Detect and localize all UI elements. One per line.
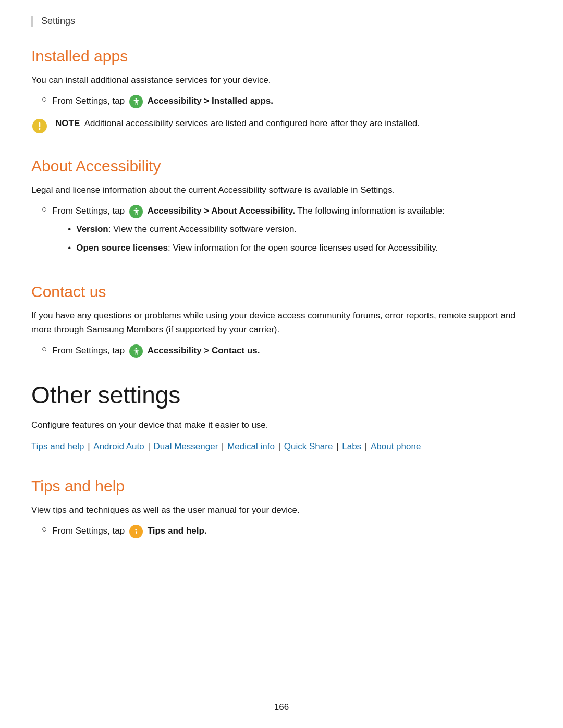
accessibility-icon-3 xyxy=(129,344,143,358)
installed-apps-step: From Settings, tap Accessibility > Insta… xyxy=(52,94,532,108)
licenses-text: Open source licenses: View information f… xyxy=(76,241,532,255)
about-accessibility-section: About Accessibility Legal and license in… xyxy=(31,157,532,261)
installed-apps-description: You can install additional assistance se… xyxy=(31,73,532,87)
note-body-1: Additional accessibility services are li… xyxy=(84,118,420,128)
svg-line-7 xyxy=(43,121,44,122)
tips-and-help-step: From Settings, tap Tips and help. xyxy=(52,524,532,538)
separator-6: | xyxy=(362,441,370,451)
tips-and-help-description: View tips and techniques as well as the … xyxy=(31,503,532,517)
tips-and-help-list-item: ○ From Settings, tap Tips and help. xyxy=(42,524,532,538)
about-accessibility-list-item: ○ From Settings, tap Accessibility > Abo… xyxy=(42,204,532,260)
note-label-1: NOTE xyxy=(55,118,80,128)
page-container: Settings Installed apps You can install … xyxy=(0,0,563,728)
separator-1: | xyxy=(85,441,92,451)
svg-point-11 xyxy=(136,208,137,209)
accessibility-icon-1 xyxy=(129,95,143,108)
page-number: 166 xyxy=(0,702,563,712)
installed-apps-title: Installed apps xyxy=(31,47,532,65)
circle-bullet-2: ○ xyxy=(42,204,47,215)
page-header: Settings xyxy=(31,16,532,27)
link-dual-messenger[interactable]: Dual Messenger xyxy=(154,441,218,451)
contact-us-description: If you have any questions or problems wh… xyxy=(31,309,532,337)
version-text: Version: View the current Accessibility … xyxy=(76,223,532,236)
installed-apps-list-item: ○ From Settings, tap Accessibility > Ins… xyxy=(42,94,532,108)
contact-us-section: Contact us If you have any questions or … xyxy=(31,283,532,357)
svg-point-14 xyxy=(135,529,137,530)
link-labs[interactable]: Labs xyxy=(342,441,361,451)
svg-line-10 xyxy=(35,121,36,122)
dot-bullet-1: • xyxy=(68,223,71,236)
sub-list-item-licenses: • Open source licenses: View information… xyxy=(68,241,532,255)
svg-point-0 xyxy=(136,98,137,100)
other-settings-title: Other settings xyxy=(31,381,532,409)
circle-bullet-1: ○ xyxy=(42,94,47,105)
page-header-title: Settings xyxy=(41,16,75,26)
about-accessibility-path: Accessibility > About Accessibility. xyxy=(148,206,295,216)
other-settings-description: Configure features on your device that m… xyxy=(31,418,532,432)
accessibility-icon-2 xyxy=(129,205,143,218)
about-accessibility-sub-list: • Version: View the current Accessibilit… xyxy=(68,223,532,255)
link-quick-share[interactable]: Quick Share xyxy=(284,441,333,451)
svg-line-8 xyxy=(35,130,36,131)
note-icon-1 xyxy=(31,118,48,134)
sub-list-item-version: • Version: View the current Accessibilit… xyxy=(68,223,532,236)
other-settings-section: Other settings Configure features on you… xyxy=(31,381,532,454)
installed-apps-section: Installed apps You can install additiona… xyxy=(31,47,532,134)
svg-rect-15 xyxy=(136,531,137,534)
tips-icon-1 xyxy=(129,525,143,538)
tips-and-help-section: Tips and help View tips and techniques a… xyxy=(31,477,532,538)
circle-bullet-4: ○ xyxy=(42,524,47,535)
separator-3: | xyxy=(219,441,226,451)
note-text-1: NOTE Additional accessibility services a… xyxy=(55,117,420,130)
contact-us-path: Accessibility > Contact us. xyxy=(148,346,260,355)
contact-us-step: From Settings, tap Accessibility > Conta… xyxy=(52,344,532,358)
separator-2: | xyxy=(145,441,153,451)
about-accessibility-description: Legal and license information about the … xyxy=(31,183,532,197)
link-tips-and-help[interactable]: Tips and help xyxy=(31,441,84,451)
link-medical-info[interactable]: Medical info xyxy=(227,441,275,451)
tips-and-help-path: Tips and help. xyxy=(148,526,207,536)
installed-apps-note: NOTE Additional accessibility services a… xyxy=(31,117,532,134)
dot-bullet-2: • xyxy=(68,241,71,255)
circle-bullet-3: ○ xyxy=(42,344,47,354)
tips-and-help-title: Tips and help xyxy=(31,477,532,495)
separator-4: | xyxy=(276,441,283,451)
about-accessibility-title: About Accessibility xyxy=(31,157,532,175)
separator-5: | xyxy=(334,441,341,451)
link-about-phone[interactable]: About phone xyxy=(371,441,421,451)
contact-us-list-item: ○ From Settings, tap Accessibility > Con… xyxy=(42,344,532,358)
other-settings-links: Tips and help | Android Auto | Dual Mess… xyxy=(31,439,532,454)
svg-line-9 xyxy=(43,130,44,131)
about-accessibility-step: From Settings, tap Accessibility > About… xyxy=(52,204,532,260)
contact-us-title: Contact us xyxy=(31,283,532,301)
link-android-auto[interactable]: Android Auto xyxy=(93,441,144,451)
installed-apps-path: Accessibility > Installed apps. xyxy=(148,96,273,106)
svg-point-12 xyxy=(136,348,137,349)
